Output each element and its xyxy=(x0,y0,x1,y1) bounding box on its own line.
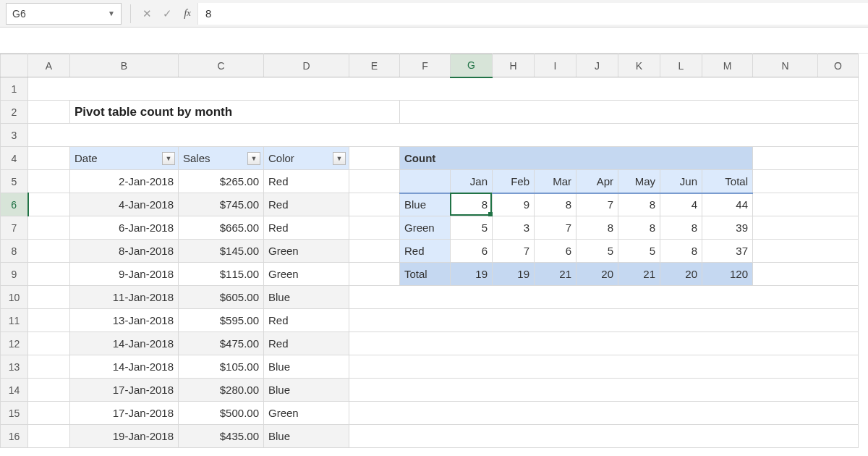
table-cell[interactable]: $665.00 xyxy=(179,216,264,240)
row-header[interactable]: 12 xyxy=(1,332,28,355)
table-cell[interactable]: Red xyxy=(264,193,349,216)
table-cell[interactable]: 9-Jan-2018 xyxy=(70,263,179,286)
table-header-date[interactable]: Date ▼ xyxy=(70,147,179,170)
fx-icon[interactable]: fx xyxy=(177,4,197,24)
cell[interactable] xyxy=(28,263,70,286)
col-header[interactable]: M xyxy=(702,54,753,77)
table-cell[interactable]: $595.00 xyxy=(179,309,264,332)
pivot-value[interactable]: 5 xyxy=(576,240,618,263)
row-header[interactable]: 7 xyxy=(1,216,28,240)
pivot-value[interactable]: 39 xyxy=(702,216,753,240)
cell[interactable] xyxy=(28,379,70,402)
col-header[interactable]: A xyxy=(28,54,70,77)
col-header[interactable]: I xyxy=(535,54,576,77)
pivot-total[interactable]: 120 xyxy=(702,263,753,286)
row-header[interactable]: 16 xyxy=(1,425,28,448)
pivot-total-label[interactable]: Total xyxy=(400,263,451,286)
grid[interactable]: A B C D E F G H I J K L M N O 1 2 Pivot … xyxy=(0,54,859,448)
cell[interactable] xyxy=(28,286,70,309)
table-cell[interactable]: $115.00 xyxy=(179,263,264,286)
row-header[interactable]: 15 xyxy=(1,402,28,425)
filter-dropdown-icon[interactable]: ▼ xyxy=(162,152,175,165)
col-header[interactable]: L xyxy=(660,54,702,77)
pivot-total[interactable]: 21 xyxy=(535,263,576,286)
table-cell[interactable]: 8-Jan-2018 xyxy=(70,240,179,263)
cell[interactable] xyxy=(28,101,70,124)
cell[interactable] xyxy=(28,147,70,170)
table-cell[interactable]: $500.00 xyxy=(179,402,264,425)
cell[interactable] xyxy=(28,332,70,355)
pivot-row-label[interactable]: Green xyxy=(400,216,451,240)
table-cell[interactable]: 14-Jan-2018 xyxy=(70,332,179,355)
table-cell[interactable]: $105.00 xyxy=(179,355,264,379)
row-header[interactable]: 1 xyxy=(1,77,28,101)
cancel-icon[interactable]: ✕ xyxy=(137,4,157,24)
table-cell[interactable]: 11-Jan-2018 xyxy=(70,286,179,309)
page-title[interactable]: Pivot table count by month xyxy=(70,101,400,124)
pivot-colhdr[interactable]: Jun xyxy=(660,170,702,193)
table-cell[interactable]: Blue xyxy=(264,379,349,402)
pivot-total[interactable]: 21 xyxy=(618,263,660,286)
row-header[interactable]: 4 xyxy=(1,147,28,170)
table-cell[interactable]: 6-Jan-2018 xyxy=(70,216,179,240)
table-cell[interactable]: $475.00 xyxy=(179,332,264,355)
pivot-colhdr[interactable]: May xyxy=(618,170,660,193)
col-header[interactable]: J xyxy=(576,54,618,77)
table-cell[interactable]: $265.00 xyxy=(179,170,264,193)
table-cell[interactable]: Red xyxy=(264,332,349,355)
table-header-color[interactable]: Color ▼ xyxy=(264,147,349,170)
cell[interactable] xyxy=(349,263,400,286)
pivot-colhdr[interactable]: Mar xyxy=(535,170,576,193)
cell[interactable] xyxy=(28,170,70,193)
cell[interactable] xyxy=(28,216,70,240)
table-cell[interactable]: Red xyxy=(264,170,349,193)
table-cell[interactable]: Green xyxy=(264,240,349,263)
cell[interactable] xyxy=(28,193,70,216)
row-header[interactable]: 10 xyxy=(1,286,28,309)
table-cell[interactable]: 4-Jan-2018 xyxy=(70,193,179,216)
pivot-value[interactable]: 5 xyxy=(451,216,493,240)
pivot-value[interactable]: 7 xyxy=(576,193,618,216)
row-header[interactable]: 8 xyxy=(1,240,28,263)
row-header[interactable]: 3 xyxy=(1,124,28,147)
col-header[interactable]: E xyxy=(349,54,400,77)
pivot-total[interactable]: 20 xyxy=(660,263,702,286)
cell[interactable] xyxy=(753,193,859,216)
table-cell[interactable]: Red xyxy=(264,309,349,332)
table-cell[interactable]: $745.00 xyxy=(179,193,264,216)
pivot-value[interactable]: 3 xyxy=(493,216,535,240)
col-header[interactable]: N xyxy=(753,54,818,77)
cell[interactable] xyxy=(349,332,859,355)
pivot-value[interactable]: 6 xyxy=(535,240,576,263)
table-cell[interactable]: Red xyxy=(264,216,349,240)
table-cell[interactable]: 13-Jan-2018 xyxy=(70,309,179,332)
cell[interactable] xyxy=(349,402,859,425)
select-all-corner[interactable] xyxy=(1,54,28,77)
cell[interactable] xyxy=(349,355,859,379)
pivot-colhdr[interactable] xyxy=(400,170,451,193)
cell[interactable] xyxy=(349,425,859,448)
pivot-total[interactable]: 19 xyxy=(493,263,535,286)
col-header[interactable]: O xyxy=(818,54,859,77)
row-header[interactable]: 13 xyxy=(1,355,28,379)
cell[interactable] xyxy=(28,355,70,379)
cell[interactable] xyxy=(753,216,859,240)
pivot-colhdr[interactable]: Feb xyxy=(493,170,535,193)
pivot-colhdr[interactable]: Jan xyxy=(451,170,493,193)
pivot-value[interactable]: 8 xyxy=(660,240,702,263)
cell[interactable] xyxy=(753,240,859,263)
cell[interactable] xyxy=(28,402,70,425)
cell[interactable] xyxy=(349,286,859,309)
cell[interactable] xyxy=(349,216,400,240)
cell[interactable] xyxy=(349,170,400,193)
table-cell[interactable]: $145.00 xyxy=(179,240,264,263)
cell[interactable] xyxy=(349,309,859,332)
col-header[interactable]: D xyxy=(264,54,349,77)
pivot-value[interactable]: 8 xyxy=(660,216,702,240)
row-header[interactable]: 11 xyxy=(1,309,28,332)
cell[interactable] xyxy=(28,240,70,263)
pivot-value[interactable]: 9 xyxy=(493,193,535,216)
pivot-colhdr[interactable]: Apr xyxy=(576,170,618,193)
row-header[interactable]: 5 xyxy=(1,170,28,193)
pivot-value[interactable]: 8 xyxy=(576,216,618,240)
